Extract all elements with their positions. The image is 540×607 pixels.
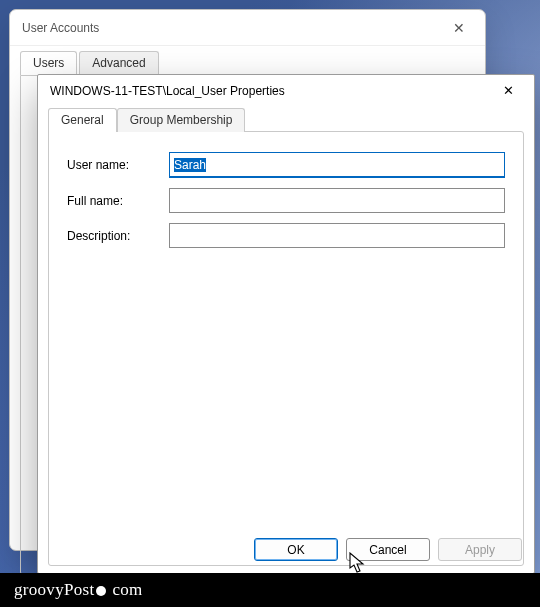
close-icon[interactable]: ✕ — [445, 16, 473, 40]
dialog-button-row: OK Cancel Apply — [254, 538, 522, 561]
ok-button[interactable]: OK — [254, 538, 338, 561]
fullname-input[interactable] — [169, 188, 505, 213]
username-label: User name: — [67, 158, 169, 172]
close-icon[interactable]: ✕ — [486, 77, 530, 105]
description-input[interactable] — [169, 223, 505, 248]
user-accounts-tabs: Users Advanced — [20, 51, 485, 75]
dialog-body: User name: Full name: Description: — [48, 131, 524, 566]
dialog-title: WINDOWS-11-TEST\Local_User Properties — [50, 84, 486, 98]
tab-advanced[interactable]: Advanced — [79, 51, 158, 75]
user-properties-dialog: WINDOWS-11-TEST\Local_User Properties ✕ … — [37, 74, 535, 574]
tab-group-membership[interactable]: Group Membership — [117, 108, 246, 132]
tab-general[interactable]: General — [48, 108, 117, 132]
description-label: Description: — [67, 229, 169, 243]
watermark-suffix: com — [112, 580, 142, 599]
dot-icon — [96, 586, 106, 596]
fullname-label: Full name: — [67, 194, 169, 208]
apply-button: Apply — [438, 538, 522, 561]
user-accounts-titlebar: User Accounts ✕ — [10, 10, 485, 46]
username-input[interactable] — [169, 152, 505, 178]
dialog-tabs: General Group Membership — [48, 108, 534, 132]
dialog-titlebar: WINDOWS-11-TEST\Local_User Properties ✕ — [38, 75, 534, 106]
tab-users[interactable]: Users — [20, 51, 77, 75]
user-accounts-title: User Accounts — [22, 21, 445, 35]
cancel-button[interactable]: Cancel — [346, 538, 430, 561]
watermark-bar: groovyPostcom — [0, 573, 540, 607]
watermark-text: groovyPost — [14, 580, 94, 599]
